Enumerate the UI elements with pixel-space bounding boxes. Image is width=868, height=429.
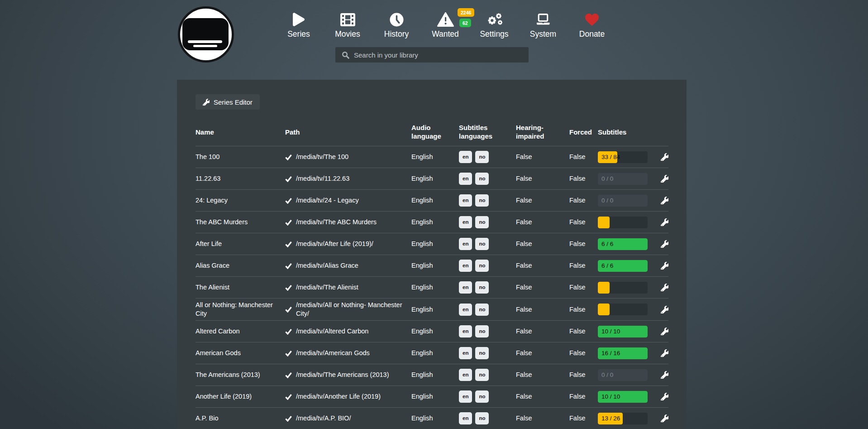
- hearing-impaired-value: False: [516, 194, 569, 207]
- path-text: /media/tv/The ABC Murders: [296, 218, 377, 227]
- subtitles-progress-bar: 6 / 6: [598, 260, 648, 272]
- language-badge: en: [459, 194, 472, 207]
- hearing-impaired-value: False: [516, 390, 569, 403]
- edit-series-button[interactable]: [661, 393, 668, 400]
- series-name: A.P. Bio: [196, 412, 285, 425]
- path-text: /media/tv/After Life (2019)/: [296, 240, 373, 248]
- edit-series-button[interactable]: [661, 284, 668, 291]
- edit-series-button[interactable]: [661, 153, 668, 161]
- language-badge: no: [475, 369, 489, 381]
- subtitles-progress-label: 33 / 84: [601, 151, 620, 163]
- subtitles-progress-bar: 10 / 10: [598, 391, 648, 403]
- subtitles-languages-cell: enno: [459, 323, 516, 340]
- path-text: /media/tv/A.P. BIO/: [296, 414, 351, 423]
- language-badge: no: [475, 412, 489, 424]
- subtitles-progress-bar: [598, 282, 648, 294]
- table-row: Another Life (2019) /media/tv/Another Li…: [196, 386, 668, 407]
- edit-series-button[interactable]: [661, 415, 668, 422]
- nav-item-donate[interactable]: Donate: [568, 11, 616, 39]
- series-name: All or Nothing: Manchester City: [196, 299, 285, 320]
- nav-label: Movies: [335, 29, 360, 39]
- subtitles-progress-label: 0 / 0: [601, 369, 613, 381]
- table-row: The Americans (2013) /media/tv/The Ameri…: [196, 364, 668, 386]
- language-badge: en: [459, 281, 472, 294]
- subtitles-progress-bar: [598, 217, 648, 228]
- series-table: Name Path Audio language Subtitles langu…: [196, 123, 668, 429]
- edit-series-button[interactable]: [661, 218, 668, 226]
- wrench-icon: [203, 99, 210, 106]
- header-name: Name: [196, 128, 285, 136]
- series-path: /media/tv/Another Life (2019): [285, 390, 411, 403]
- nav-label: System: [530, 29, 556, 39]
- table-row: The Alienist /media/tv/The Alienist Engl…: [196, 276, 668, 298]
- hearing-impaired-value: False: [516, 347, 569, 360]
- language-badge: no: [475, 194, 489, 207]
- nav-item-movies[interactable]: Movies: [323, 11, 372, 39]
- hearing-impaired-value: False: [516, 216, 569, 229]
- nav-item-system[interactable]: System: [519, 11, 568, 39]
- path-text: /media/tv/Altered Carbon: [296, 327, 368, 336]
- edit-series-button[interactable]: [661, 306, 668, 313]
- series-path: /media/tv/The Americans (2013): [285, 368, 411, 381]
- nav-item-wanted[interactable]: Wanted224662: [421, 11, 470, 39]
- language-badge: en: [459, 151, 472, 163]
- subtitles-progress-label: 0 / 0: [601, 173, 613, 185]
- series-path: /media/tv/Altered Carbon: [285, 325, 411, 338]
- subtitles-progress-bar: 13 / 26: [598, 413, 648, 424]
- series-name: The Americans (2013): [196, 368, 285, 381]
- series-name: The 100: [196, 150, 285, 164]
- table-row: American Gods /media/tv/American Gods En…: [196, 342, 668, 364]
- subtitles-languages-cell: enno: [459, 149, 516, 165]
- subtitles-languages-cell: enno: [459, 345, 516, 362]
- subtitles-languages-cell: enno: [459, 388, 516, 405]
- subtitles-progress-label: 10 / 10: [601, 391, 620, 403]
- table-row: 24: Legacy /media/tv/24 - Legacy English…: [196, 189, 668, 211]
- path-text: /media/tv/24 - Legacy: [296, 196, 359, 205]
- hearing-impaired-value: False: [516, 172, 569, 185]
- edit-series-button[interactable]: [661, 240, 668, 248]
- language-badge: no: [475, 238, 489, 250]
- edit-series-button[interactable]: [661, 197, 668, 204]
- language-badge: en: [459, 390, 472, 403]
- edit-series-button[interactable]: [661, 262, 668, 270]
- subtitles-languages-cell: enno: [459, 170, 516, 187]
- subtitles-progress-label: 16 / 16: [601, 347, 620, 359]
- audio-language-value: English: [411, 172, 459, 185]
- table-header: Name Path Audio language Subtitles langu…: [196, 123, 668, 146]
- search-input[interactable]: [354, 51, 517, 59]
- edit-series-button[interactable]: [661, 328, 668, 335]
- edit-series-button[interactable]: [661, 175, 668, 183]
- series-path: /media/tv/The Alienist: [285, 281, 411, 294]
- check-icon: [285, 284, 292, 291]
- forced-value: False: [569, 259, 598, 272]
- series-name: Altered Carbon: [196, 325, 285, 338]
- audio-language-value: English: [411, 325, 459, 338]
- series-path: /media/tv/24 - Legacy: [285, 194, 411, 207]
- header-subtitles: Subtitles: [598, 128, 657, 136]
- warning-icon: [437, 11, 454, 28]
- audio-language-value: English: [411, 368, 459, 381]
- audio-language-value: English: [411, 216, 459, 229]
- table-row: Altered Carbon /media/tv/Altered Carbon …: [196, 320, 668, 342]
- forced-value: False: [569, 172, 598, 185]
- subtitles-languages-cell: enno: [459, 301, 516, 318]
- bazarr-logo[interactable]: [178, 6, 234, 63]
- subtitles-progress-bar: 6 / 6: [598, 238, 648, 250]
- path-text: /media/tv/Alias Grace: [296, 261, 358, 270]
- path-text: /media/tv/Another Life (2019): [296, 392, 381, 401]
- language-badge: no: [475, 260, 489, 272]
- language-badge: en: [459, 238, 472, 250]
- audio-language-value: English: [411, 390, 459, 403]
- nav-item-settings[interactable]: Settings: [470, 11, 519, 39]
- edit-series-button[interactable]: [661, 371, 668, 379]
- subtitles-languages-cell: enno: [459, 236, 516, 252]
- header-hearing-impaired: Hearing-impaired: [516, 123, 554, 140]
- language-badge: en: [459, 412, 472, 424]
- series-name: After Life: [196, 237, 285, 251]
- nav-item-history[interactable]: History: [372, 11, 421, 39]
- nav-item-series[interactable]: Series: [274, 11, 323, 39]
- main-navigation: Series Movies History Wanted224662 Setti…: [274, 11, 616, 39]
- edit-series-button[interactable]: [661, 349, 668, 357]
- path-text: /media/tv/The Alienist: [296, 283, 358, 292]
- series-editor-button[interactable]: Series Editor: [196, 94, 260, 110]
